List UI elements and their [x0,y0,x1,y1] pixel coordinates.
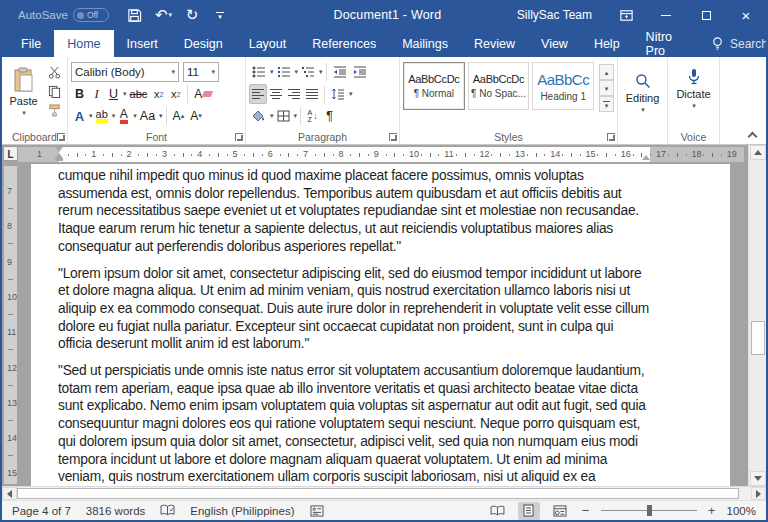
tell-me-search[interactable]: Search [711,30,768,57]
align-center-button[interactable] [267,84,285,104]
close-button[interactable]: × [726,0,766,30]
font-name-select[interactable]: Calibri (Body)▾ [71,62,179,82]
styles-dialog-launcher[interactable] [607,133,615,141]
shading-button[interactable] [249,106,269,126]
cut-button[interactable] [45,64,64,81]
first-line-indent-marker[interactable] [55,147,63,152]
chevron-down-icon[interactable]: ▾ [123,90,127,98]
copy-button[interactable] [45,83,64,100]
style-heading1[interactable]: AaBbCcHeading 1 [532,62,594,110]
text-highlight-button[interactable]: ab [93,106,111,126]
customize-qat-button[interactable]: ▾ [212,4,228,26]
ribbon-display-options-button[interactable] [606,0,646,30]
read-mode-button[interactable] [487,502,509,520]
chevron-down-icon[interactable]: ▾ [294,112,298,120]
tab-design[interactable]: Design [171,30,236,57]
chevron-down-icon[interactable]: ▾ [270,112,274,120]
font-size-select[interactable]: 11▾ [183,62,219,82]
text-effects-button[interactable]: A [71,106,88,126]
line-spacing-button[interactable] [328,84,348,104]
styles-more-button[interactable]: ▾ [599,96,614,112]
superscript-button[interactable]: x2 [167,84,184,104]
save-button[interactable] [127,4,143,26]
change-case-button[interactable]: Aa [137,106,158,126]
clear-formatting-button[interactable]: A [191,84,215,104]
dictate-button[interactable]: Dictate ▾ [671,60,716,118]
vertical-scrollbar[interactable] [748,145,766,486]
chevron-down-icon[interactable]: ▾ [168,11,172,19]
maximize-button[interactable] [686,0,726,30]
zoom-in-button[interactable]: + [706,503,718,518]
paragraph-dialog-launcher[interactable] [389,133,397,141]
bold-button[interactable]: B [71,84,88,104]
page-indicator[interactable]: Page 4 of 7 [12,505,71,517]
v-scroll-thumb[interactable] [751,321,765,355]
v-scroll-down-button[interactable] [750,471,766,486]
numbering-button[interactable] [274,62,294,82]
italic-button[interactable]: I [88,84,105,104]
format-painter-button[interactable] [45,102,64,119]
account-name[interactable]: SillySac Team [517,8,592,22]
multilevel-list-button[interactable] [298,62,318,82]
zoom-percentage[interactable]: 100% [727,505,756,517]
shrink-font-button[interactable]: A▾ [187,106,205,126]
tab-view[interactable]: View [528,30,581,57]
right-indent-marker[interactable] [642,155,650,160]
align-right-button[interactable] [285,84,303,104]
zoom-slider[interactable] [601,510,697,511]
sort-button[interactable]: AZ↓ [304,106,321,126]
autosave-toggle[interactable]: AutoSave Off [18,8,109,22]
tab-review[interactable]: Review [461,30,528,57]
zoom-slider-thumb[interactable] [647,505,652,516]
chevron-down-icon[interactable]: ▾ [349,90,353,98]
proofing-icon[interactable] [160,504,175,517]
h-scroll-right-button[interactable] [751,487,766,500]
h-scroll-left-button[interactable] [2,487,17,500]
chevron-down-icon[interactable]: ▾ [270,68,274,76]
font-color-button[interactable]: A [115,106,132,126]
redo-button[interactable]: ↻ [184,4,200,26]
editing-button[interactable]: Editing ▾ [621,60,664,126]
tab-nitro-pro[interactable]: Nitro Pro [633,30,685,57]
grow-font-button[interactable]: A▴ [170,106,188,126]
chevron-down-icon[interactable]: ▾ [89,112,93,120]
style-normal[interactable]: AaBbCcDc¶ Normal [403,62,465,110]
font-dialog-launcher[interactable] [235,133,243,141]
left-indent-marker[interactable] [55,158,63,161]
tab-home[interactable]: Home [54,30,113,57]
tab-file[interactable]: File [8,30,54,57]
increase-indent-button[interactable] [350,62,370,82]
align-left-button[interactable] [249,84,267,104]
paste-button[interactable]: Paste ▾ [5,60,42,124]
tab-stop-selector[interactable]: L [3,146,18,161]
accessibility-icon[interactable] [310,505,324,517]
show-hide-formatting-button[interactable]: ¶ [321,106,338,126]
zoom-out-button[interactable]: − [580,503,592,518]
bullets-button[interactable] [249,62,269,82]
style-no-spacing[interactable]: AaBbCcDc¶ No Spac... [468,62,530,110]
styles-scroll-down-button[interactable]: ▾ [599,80,614,96]
styles-scroll-up-button[interactable]: ▴ [599,64,614,80]
chevron-down-icon[interactable]: ▾ [319,68,323,76]
tab-mailings[interactable]: Mailings [389,30,461,57]
web-layout-button[interactable] [549,502,571,520]
justify-button[interactable] [303,84,321,104]
collapse-ribbon-button[interactable] [748,132,758,142]
tab-layout[interactable]: Layout [236,30,300,57]
language-indicator[interactable]: English (Philippines) [190,505,294,517]
subscript-button[interactable]: x2 [150,84,167,104]
tab-references[interactable]: References [299,30,389,57]
minimize-button[interactable] [646,0,686,30]
horizontal-scrollbar[interactable] [2,486,766,500]
chevron-down-icon[interactable]: ▾ [159,112,163,120]
autosave-pill[interactable]: Off [73,8,109,22]
h-scroll-thumb[interactable] [17,488,739,499]
clipboard-dialog-launcher[interactable] [57,133,65,141]
undo-button[interactable]: ↶▾ [155,4,172,26]
borders-button[interactable] [274,106,293,126]
tab-help[interactable]: Help [581,30,633,57]
v-scroll-up-button[interactable] [750,145,766,160]
underline-button[interactable]: U [105,84,122,104]
word-count[interactable]: 3816 words [86,505,145,517]
tab-insert[interactable]: Insert [114,30,171,57]
